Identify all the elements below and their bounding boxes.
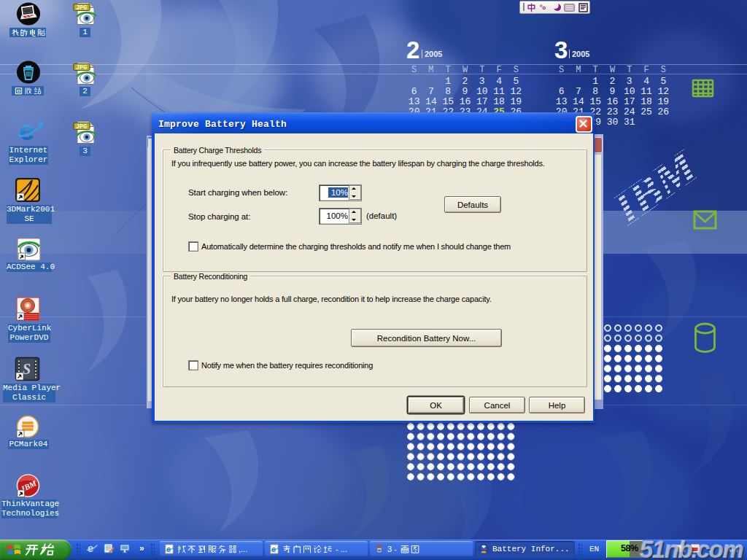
- svg-text:e: e: [271, 545, 276, 553]
- svg-text:e: e: [166, 545, 171, 553]
- svg-text:e: e: [19, 117, 34, 144]
- svg-text:e: e: [88, 542, 93, 554]
- svg-text:S: S: [23, 361, 31, 377]
